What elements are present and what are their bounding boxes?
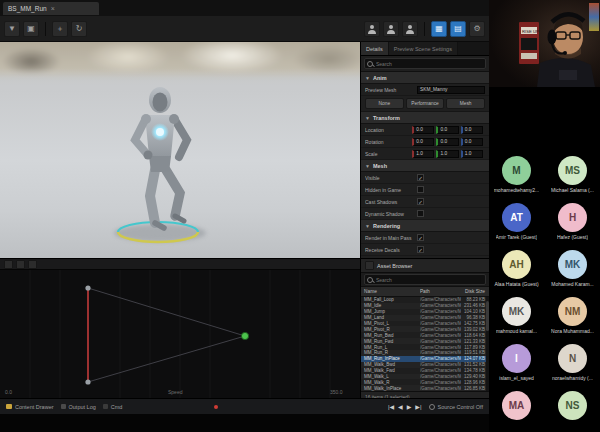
source-control-button[interactable]: Source Control Off	[429, 404, 483, 410]
participant-avatar[interactable]: MK	[558, 250, 587, 279]
participant-avatar[interactable]: AT	[502, 203, 531, 232]
participant-avatar[interactable]: MA	[502, 391, 531, 420]
preview-mesh-value[interactable]: SKM_Manny	[417, 86, 485, 94]
participant[interactable]: Mmohamedtehamy2...	[490, 156, 544, 203]
transform-z-field[interactable]: 1.0	[461, 150, 483, 158]
checkbox[interactable]	[417, 186, 424, 193]
asset-row[interactable]: MM_Jump/Game/Characters/Man…104.10 KB	[361, 309, 489, 315]
graph-tool-icon[interactable]	[16, 260, 25, 269]
participant-avatar[interactable]: M	[502, 156, 531, 185]
output-log-button[interactable]: Output Log	[61, 404, 96, 410]
character-icon[interactable]	[383, 21, 399, 37]
asset-row[interactable]: MM_Walk_InPlace/Game/Characters/Man…126.…	[361, 385, 489, 391]
skeleton-icon[interactable]	[402, 21, 418, 37]
asset-row[interactable]: MM_Pivot_R/Game/Characters/Man…139.02 KB	[361, 326, 489, 332]
checkbox[interactable]	[417, 210, 424, 217]
participant-avatar[interactable]: N	[558, 344, 587, 373]
preview-character[interactable]	[100, 82, 224, 252]
graph-tool-icon[interactable]	[28, 260, 37, 269]
checkbox[interactable]: ✓	[417, 174, 424, 181]
tab-preview-scene-settings[interactable]: Preview Scene Settings	[389, 42, 458, 55]
transform-x-field[interactable]: 1.0	[412, 150, 434, 158]
asset-row[interactable]: MM_Walk_L/Game/Characters/Man…129.40 KB	[361, 374, 489, 380]
asset-row[interactable]: MM_Pivot_L/Game/Characters/Man…142.75 KB	[361, 321, 489, 327]
cmd-console-button[interactable]: Cmd	[103, 404, 123, 410]
section-rendering[interactable]: ▼ Rendering	[361, 220, 489, 232]
mode-button-performance[interactable]: Performance	[406, 98, 445, 109]
blendspace-graph-panel[interactable]: 0.0 Speed 350.0	[0, 258, 360, 399]
participant[interactable]: AHAlaa Hatata (Guest)	[490, 250, 544, 297]
asset-row[interactable]: MM_Walk_R/Game/Characters/Man…128.96 KB	[361, 379, 489, 385]
participant-avatar[interactable]: H	[558, 203, 587, 232]
participant[interactable]: NMNora Muhammad...	[546, 297, 600, 344]
asset-row[interactable]: MM_Land/Game/Characters/Man…96.38 KB	[361, 315, 489, 321]
preview-mesh-icon[interactable]	[364, 21, 380, 37]
section-transform[interactable]: ▼ Transform	[361, 112, 489, 124]
graph-tool-icon[interactable]	[4, 260, 13, 269]
skip-start-icon[interactable]: |◀	[388, 403, 394, 410]
participant-avatar[interactable]: NM	[558, 297, 587, 326]
asset-row[interactable]: MM_Fall_Loop/Game/Characters/Man…88.23 K…	[361, 297, 489, 303]
participant[interactable]: HHafez (Guest)	[546, 203, 600, 250]
checkbox[interactable]: ✓	[417, 198, 424, 205]
participant[interactable]: MKmahmoud kamal...	[490, 297, 544, 344]
participant[interactable]: Iislam_el_sayed	[490, 344, 544, 391]
participant-avatar[interactable]: I	[502, 344, 531, 373]
checkbox[interactable]: ✓	[417, 234, 424, 241]
asset-row[interactable]: MM_Run_Bwd/Game/Characters/Man…118.64 KB	[361, 332, 489, 338]
asset-row[interactable]: MM_Walk_Fwd/Game/Characters/Man…134.78 K…	[361, 368, 489, 374]
transform-y-field[interactable]: 0.0	[436, 138, 458, 146]
section-mesh[interactable]: ▼ Mesh	[361, 160, 489, 172]
settings-icon[interactable]: ⚙	[469, 21, 485, 37]
column-path[interactable]: Path	[420, 289, 461, 294]
play-icon[interactable]: ▶	[407, 403, 412, 410]
asset-row[interactable]: MM_Idle/Game/Characters/Man…231.46 KB	[361, 303, 489, 309]
reimport-icon[interactable]: ↻	[71, 21, 87, 37]
browse-icon[interactable]: ▣	[23, 21, 39, 37]
asset-editor-tab[interactable]: BS_MM_Run ×	[3, 2, 99, 15]
blendspace-triangle[interactable]	[0, 270, 360, 399]
participant-avatar[interactable]: AH	[502, 250, 531, 279]
details-searchbox[interactable]	[364, 58, 486, 69]
toggle-details-icon[interactable]: ▤	[450, 21, 466, 37]
participant-avatar[interactable]: MK	[502, 297, 531, 326]
asset-row[interactable]: MM_Run_Fwd/Game/Characters/Man…121.33 KB	[361, 338, 489, 344]
column-name[interactable]: Name	[361, 289, 420, 294]
transform-z-field[interactable]: 0.0	[461, 138, 483, 146]
participant-avatar[interactable]: MS	[558, 156, 587, 185]
tab-close-icon[interactable]: ×	[51, 5, 55, 12]
transform-x-field[interactable]: 0.0	[412, 126, 434, 134]
step-back-icon[interactable]: ◀	[398, 403, 403, 410]
participant[interactable]: Nnoraelwhamidy (...	[546, 344, 600, 391]
participant[interactable]: NS	[546, 391, 600, 432]
participant[interactable]: MKMohamed Karam...	[546, 250, 600, 297]
participant[interactable]: ATAmir Tarek (Guest)	[490, 203, 544, 250]
transform-y-field[interactable]: 1.0	[436, 150, 458, 158]
webcam-tile[interactable]: RISE UP	[489, 0, 600, 87]
transform-y-field[interactable]: 0.0	[436, 126, 458, 134]
content-drawer-button[interactable]: Content Drawer	[6, 404, 54, 410]
asset-row[interactable]: MM_Walk_Bwd/Game/Characters/Man…131.52 K…	[361, 362, 489, 368]
save-icon[interactable]: ▼	[4, 21, 20, 37]
section-anim[interactable]: ▼ Anim	[361, 72, 489, 84]
transform-z-field[interactable]: 0.0	[461, 126, 483, 134]
asset-row[interactable]: MM_Run_InPlace/Game/Characters/Man…124.0…	[361, 356, 489, 362]
transform-x-field[interactable]: 0.0	[412, 138, 434, 146]
asset-column-headers[interactable]: Name Path Disk Size	[361, 287, 489, 297]
mode-button-none[interactable]: None	[365, 98, 404, 109]
skip-end-icon[interactable]: ▶|	[415, 403, 421, 410]
toggle-preview-icon[interactable]: ▦	[431, 21, 447, 37]
column-size[interactable]: Disk Size	[461, 289, 489, 294]
participant[interactable]: MSMichael Salama (...	[546, 156, 600, 203]
participant-avatar[interactable]: NS	[558, 391, 587, 420]
asset-row[interactable]: MM_Run_L/Game/Characters/Man…117.89 KB	[361, 344, 489, 350]
viewport-3d[interactable]	[0, 42, 360, 258]
mode-button-mesh[interactable]: Mesh	[446, 98, 485, 109]
participant[interactable]: MA	[490, 391, 544, 432]
checkbox[interactable]: ✓	[417, 246, 424, 253]
asset-browser-tab[interactable]: Asset Browser	[361, 259, 489, 273]
asset-searchbox[interactable]	[364, 274, 486, 285]
create-asset-icon[interactable]: ＋	[52, 21, 68, 37]
asset-search-input[interactable]	[376, 275, 472, 284]
asset-row[interactable]: MM_Run_R/Game/Characters/Man…119.51 KB	[361, 350, 489, 356]
